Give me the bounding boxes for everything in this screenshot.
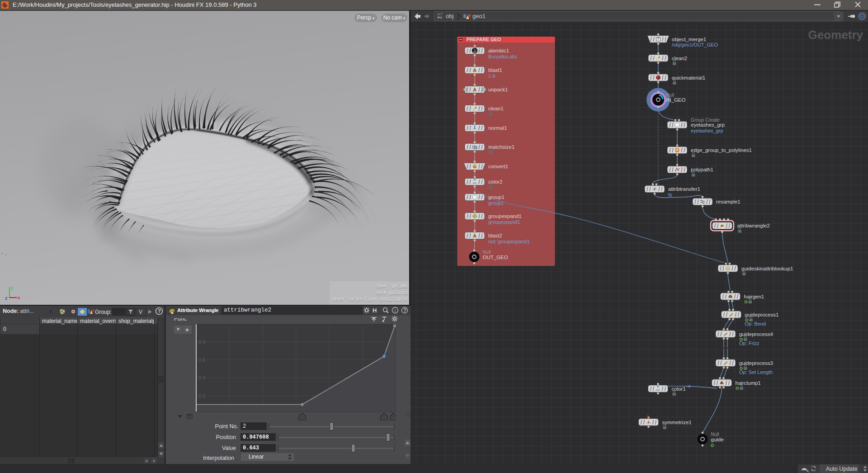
svg-text:blast1: blast1 bbox=[488, 67, 502, 73]
svg-text:matchsize1: matchsize1 bbox=[488, 144, 514, 150]
svg-text:object_merge1: object_merge1 bbox=[672, 37, 706, 42]
svg-text:quickmaterial1: quickmaterial1 bbox=[672, 75, 705, 80]
svg-text:hairgen1: hairgen1 bbox=[744, 294, 764, 299]
svg-text:Op: Set Length: Op: Set Length bbox=[739, 369, 773, 375]
svg-text:normal1: normal1 bbox=[488, 125, 507, 131]
svg-text:y: y bbox=[11, 285, 14, 290]
svg-text:0.6: 0.6 bbox=[198, 357, 205, 363]
svg-text:Null: Null bbox=[666, 92, 674, 98]
svg-text:N: N bbox=[668, 192, 672, 198]
svg-text:edge_group_to_polylines1: edge_group_to_polylines1 bbox=[691, 147, 752, 153]
svg-text:/obj/geo1/OUT_GEO: /obj/geo1/OUT_GEO bbox=[672, 42, 718, 47]
svg-text:hairclump1: hairclump1 bbox=[736, 380, 761, 386]
svg-text:0.2: 0.2 bbox=[198, 393, 205, 398]
svg-text:Group Create: Group Create bbox=[691, 117, 720, 123]
svg-text:alembic1: alembic1 bbox=[488, 48, 509, 53]
svg-text:clean1: clean1 bbox=[488, 106, 504, 111]
svg-text:clean2: clean2 bbox=[672, 56, 687, 61]
svg-text:resample1: resample1 bbox=[716, 199, 741, 204]
svg-text:Group:: Group: bbox=[95, 309, 112, 315]
svg-text:color1: color1 bbox=[672, 386, 686, 392]
svg-text:V: V bbox=[139, 309, 142, 315]
svg-text:?: ? bbox=[158, 308, 161, 314]
svg-text:Op: Frizz: Op: Frizz bbox=[739, 341, 760, 346]
svg-text:guideprocess3: guideprocess3 bbox=[739, 360, 773, 366]
svg-text:z: z bbox=[5, 295, 8, 301]
svg-text:OUT_GEO: OUT_GEO bbox=[483, 255, 508, 260]
svg-text:attribwrangle2: attribwrangle2 bbox=[737, 223, 770, 228]
svg-text:x: x bbox=[18, 295, 20, 300]
svg-text:guideprocess1: guideprocess1 bbox=[745, 312, 779, 317]
svg-text:Op: Bend: Op: Bend bbox=[745, 321, 766, 326]
svg-text:convert1: convert1 bbox=[488, 164, 508, 169]
svg-text:eyelashes_grp: eyelashes_grp bbox=[691, 128, 723, 133]
svg-text:PREPARE GEO: PREPARE GEO bbox=[467, 37, 501, 42]
svg-text:unpack1: unpack1 bbox=[488, 87, 508, 92]
svg-text:guideskinattriblookup1: guideskinattriblookup1 bbox=[741, 266, 793, 271]
svg-text:polypath1: polypath1 bbox=[691, 167, 713, 172]
svg-text:Null: Null bbox=[483, 249, 491, 255]
svg-text:IN_GEO: IN_GEO bbox=[666, 97, 686, 103]
svg-text:groupexpand1: groupexpand1 bbox=[488, 219, 520, 225]
svg-text:guide: guide bbox=[711, 437, 724, 442]
svg-text:attribtransfer1: attribtransfer1 bbox=[668, 186, 700, 192]
svg-text:group1: group1 bbox=[488, 200, 504, 206]
svg-text:group1: group1 bbox=[488, 194, 505, 200]
svg-text:1-6: 1-6 bbox=[488, 73, 495, 79]
svg-text:0.4: 0.4 bbox=[198, 375, 205, 380]
svg-text:eyelashes_grp: eyelashes_grp bbox=[691, 122, 725, 128]
svg-text:groupexpand1: groupexpand1 bbox=[488, 213, 522, 219]
svg-text:H: H bbox=[373, 307, 377, 314]
svg-text:0.8: 0.8 bbox=[198, 339, 205, 345]
svg-text:blast2: blast2 bbox=[488, 233, 502, 238]
svg-text:?: ? bbox=[403, 307, 406, 313]
svg-text:symmetrize1: symmetrize1 bbox=[662, 420, 692, 425]
svg-text:guideprocess4: guideprocess4 bbox=[739, 331, 773, 337]
svg-text:color2: color2 bbox=[488, 179, 502, 184]
svg-text:Null: Null bbox=[711, 431, 719, 437]
svg-text:Auto Update: Auto Update bbox=[826, 466, 858, 472]
svg-text:i: i bbox=[394, 308, 396, 313]
svg-text:not: groupexpand1: not: groupexpand1 bbox=[488, 239, 530, 244]
svg-text:Buryatka.abc: Buryatka.abc bbox=[488, 54, 518, 59]
